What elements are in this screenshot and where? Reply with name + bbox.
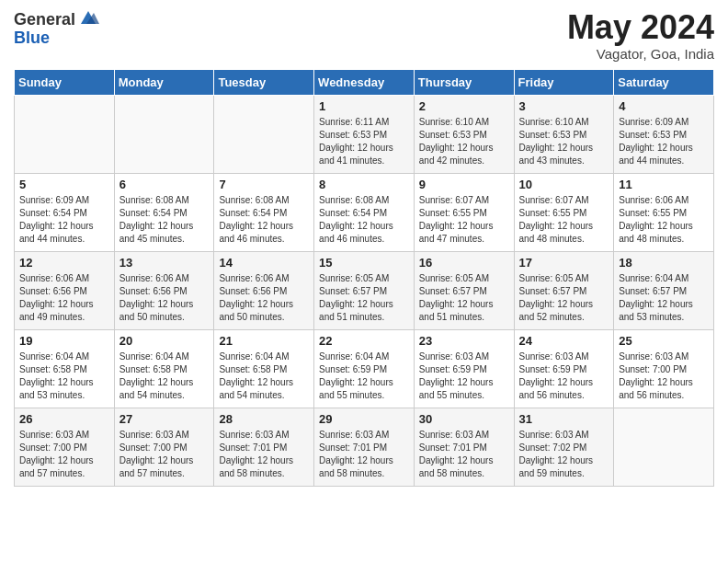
day-info: Sunrise: 6:10 AM Sunset: 6:53 PM Dayligh…: [519, 116, 609, 167]
day-number: 13: [119, 256, 210, 270]
weekday-header: Thursday: [414, 69, 514, 95]
day-info: Sunrise: 6:03 AM Sunset: 7:00 PM Dayligh…: [619, 350, 709, 402]
calendar-cell: 28Sunrise: 6:03 AM Sunset: 7:01 PM Dayli…: [214, 408, 314, 486]
day-info: Sunrise: 6:03 AM Sunset: 7:01 PM Dayligh…: [419, 429, 509, 480]
calendar-cell: 11Sunrise: 6:06 AM Sunset: 6:55 PM Dayli…: [614, 173, 714, 251]
day-info: Sunrise: 6:09 AM Sunset: 6:53 PM Dayligh…: [619, 116, 709, 167]
day-info: Sunrise: 6:04 AM Sunset: 6:58 PM Dayligh…: [219, 350, 309, 402]
calendar-cell: 14Sunrise: 6:06 AM Sunset: 6:56 PM Dayli…: [214, 251, 314, 329]
day-info: Sunrise: 6:08 AM Sunset: 6:54 PM Dayligh…: [119, 194, 210, 246]
calendar-cell: 15Sunrise: 6:05 AM Sunset: 6:57 PM Dayli…: [314, 251, 415, 329]
calendar-cell: 22Sunrise: 6:04 AM Sunset: 6:59 PM Dayli…: [314, 329, 415, 408]
weekday-header: Saturday: [614, 69, 714, 95]
calendar-week-row: 5Sunrise: 6:09 AM Sunset: 6:54 PM Daylig…: [15, 173, 714, 251]
day-info: Sunrise: 6:03 AM Sunset: 7:00 PM Dayligh…: [19, 429, 109, 480]
weekday-header: Monday: [114, 69, 214, 95]
calendar-cell: 10Sunrise: 6:07 AM Sunset: 6:55 PM Dayli…: [514, 173, 614, 251]
calendar-cell: 4Sunrise: 6:09 AM Sunset: 6:53 PM Daylig…: [614, 95, 714, 173]
day-info: Sunrise: 6:03 AM Sunset: 7:01 PM Dayligh…: [319, 429, 409, 480]
calendar-cell: 20Sunrise: 6:04 AM Sunset: 6:58 PM Dayli…: [114, 329, 214, 408]
day-info: Sunrise: 6:04 AM Sunset: 6:59 PM Dayligh…: [319, 350, 409, 402]
day-number: 31: [519, 412, 609, 426]
day-number: 7: [219, 178, 309, 191]
day-info: Sunrise: 6:03 AM Sunset: 6:59 PM Dayligh…: [419, 350, 509, 402]
day-info: Sunrise: 6:05 AM Sunset: 6:57 PM Dayligh…: [319, 272, 409, 324]
day-number: 9: [419, 178, 509, 191]
day-info: Sunrise: 6:06 AM Sunset: 6:56 PM Dayligh…: [19, 272, 109, 324]
day-info: Sunrise: 6:08 AM Sunset: 6:54 PM Dayligh…: [219, 194, 309, 246]
day-info: Sunrise: 6:04 AM Sunset: 6:57 PM Dayligh…: [619, 272, 709, 324]
day-info: Sunrise: 6:05 AM Sunset: 6:57 PM Dayligh…: [419, 272, 509, 324]
day-info: Sunrise: 6:06 AM Sunset: 6:56 PM Dayligh…: [119, 272, 210, 324]
weekday-header-row: SundayMondayTuesdayWednesdayThursdayFrid…: [15, 69, 714, 95]
calendar-cell: 19Sunrise: 6:04 AM Sunset: 6:58 PM Dayli…: [15, 329, 115, 408]
day-number: 21: [219, 334, 309, 348]
day-info: Sunrise: 6:06 AM Sunset: 6:56 PM Dayligh…: [219, 272, 309, 324]
calendar-cell: [214, 95, 314, 173]
day-number: 28: [219, 412, 309, 426]
logo-blue: Blue: [14, 29, 50, 47]
day-number: 4: [619, 99, 709, 113]
day-number: 29: [319, 412, 409, 426]
day-number: 14: [219, 256, 309, 270]
calendar-cell: 17Sunrise: 6:05 AM Sunset: 6:57 PM Dayli…: [514, 251, 614, 329]
day-info: Sunrise: 6:08 AM Sunset: 6:54 PM Dayligh…: [319, 194, 409, 246]
calendar-cell: 1Sunrise: 6:11 AM Sunset: 6:53 PM Daylig…: [314, 95, 415, 173]
logo-general: General: [14, 11, 75, 28]
day-number: 15: [319, 256, 409, 270]
title-block: May 2024 Vagator, Goa, India: [567, 9, 714, 62]
calendar-cell: 6Sunrise: 6:08 AM Sunset: 6:54 PM Daylig…: [114, 173, 214, 251]
day-info: Sunrise: 6:05 AM Sunset: 6:57 PM Dayligh…: [519, 272, 609, 324]
day-info: Sunrise: 6:06 AM Sunset: 6:55 PM Dayligh…: [619, 194, 709, 246]
logo-icon: [77, 7, 99, 29]
day-number: 18: [619, 256, 709, 270]
day-number: 3: [519, 99, 609, 113]
day-number: 2: [419, 99, 509, 113]
day-number: 27: [119, 412, 210, 426]
day-number: 17: [519, 256, 609, 270]
calendar-cell: 24Sunrise: 6:03 AM Sunset: 6:59 PM Dayli…: [514, 329, 614, 408]
calendar-cell: [114, 95, 214, 173]
day-number: 30: [419, 412, 509, 426]
day-info: Sunrise: 6:04 AM Sunset: 6:58 PM Dayligh…: [119, 350, 210, 402]
day-number: 20: [119, 334, 210, 348]
logo: General Blue: [14, 9, 99, 47]
day-number: 12: [19, 256, 109, 270]
day-number: 16: [419, 256, 509, 270]
calendar-cell: 9Sunrise: 6:07 AM Sunset: 6:55 PM Daylig…: [414, 173, 514, 251]
day-info: Sunrise: 6:09 AM Sunset: 6:54 PM Dayligh…: [19, 194, 109, 246]
day-info: Sunrise: 6:03 AM Sunset: 7:00 PM Dayligh…: [119, 429, 210, 480]
day-number: 5: [19, 178, 109, 191]
calendar-cell: 2Sunrise: 6:10 AM Sunset: 6:53 PM Daylig…: [414, 95, 514, 173]
day-info: Sunrise: 6:10 AM Sunset: 6:53 PM Dayligh…: [419, 116, 509, 167]
calendar-cell: 21Sunrise: 6:04 AM Sunset: 6:58 PM Dayli…: [214, 329, 314, 408]
calendar-cell: 23Sunrise: 6:03 AM Sunset: 6:59 PM Dayli…: [414, 329, 514, 408]
calendar-cell: 7Sunrise: 6:08 AM Sunset: 6:54 PM Daylig…: [214, 173, 314, 251]
location: Vagator, Goa, India: [567, 46, 714, 62]
calendar-cell: 12Sunrise: 6:06 AM Sunset: 6:56 PM Dayli…: [15, 251, 115, 329]
day-number: 24: [519, 334, 609, 348]
day-number: 25: [619, 334, 709, 348]
calendar-cell: [614, 408, 714, 486]
weekday-header: Wednesday: [314, 69, 415, 95]
day-number: 22: [319, 334, 409, 348]
page-header: General Blue May 2024 Vagator, Goa, Indi…: [14, 9, 714, 62]
day-number: 8: [319, 178, 409, 191]
day-info: Sunrise: 6:07 AM Sunset: 6:55 PM Dayligh…: [419, 194, 509, 246]
day-info: Sunrise: 6:03 AM Sunset: 7:02 PM Dayligh…: [519, 429, 609, 480]
day-number: 11: [619, 178, 709, 191]
calendar-cell: 31Sunrise: 6:03 AM Sunset: 7:02 PM Dayli…: [514, 408, 614, 486]
calendar-table: SundayMondayTuesdayWednesdayThursdayFrid…: [14, 69, 714, 487]
weekday-header: Tuesday: [214, 69, 314, 95]
calendar-cell: 30Sunrise: 6:03 AM Sunset: 7:01 PM Dayli…: [414, 408, 514, 486]
calendar-cell: 13Sunrise: 6:06 AM Sunset: 6:56 PM Dayli…: [114, 251, 214, 329]
calendar-week-row: 1Sunrise: 6:11 AM Sunset: 6:53 PM Daylig…: [15, 95, 714, 173]
day-number: 10: [519, 178, 609, 191]
day-number: 26: [19, 412, 109, 426]
calendar-cell: 3Sunrise: 6:10 AM Sunset: 6:53 PM Daylig…: [514, 95, 614, 173]
day-info: Sunrise: 6:07 AM Sunset: 6:55 PM Dayligh…: [519, 194, 609, 246]
day-number: 6: [119, 178, 210, 191]
month-title: May 2024: [567, 9, 714, 46]
calendar-cell: 16Sunrise: 6:05 AM Sunset: 6:57 PM Dayli…: [414, 251, 514, 329]
calendar-cell: 18Sunrise: 6:04 AM Sunset: 6:57 PM Dayli…: [614, 251, 714, 329]
